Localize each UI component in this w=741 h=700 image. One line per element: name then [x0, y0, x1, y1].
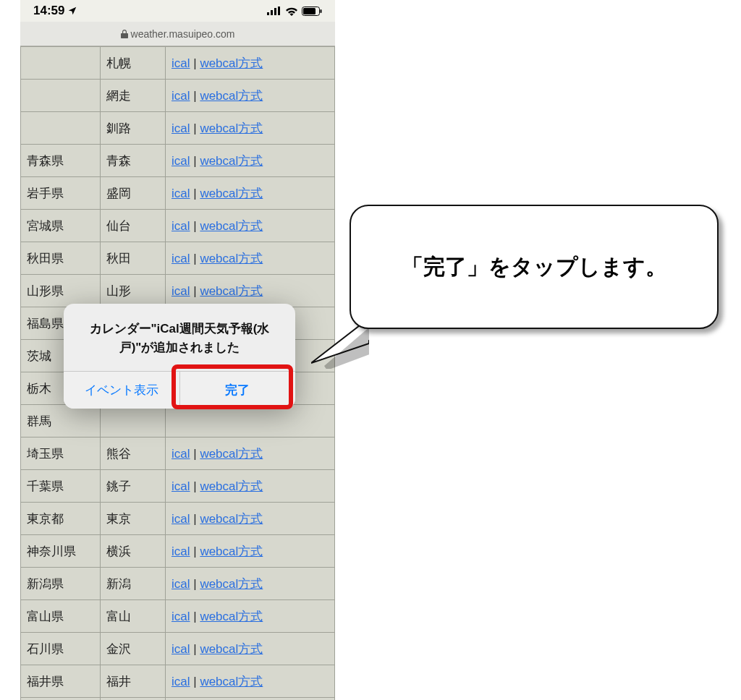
link-separator: |	[190, 610, 200, 623]
webcal-link[interactable]: webcal方式	[200, 252, 263, 265]
table-row: 千葉県銚子ical | webcal方式	[21, 470, 335, 503]
ical-link[interactable]: ical	[172, 56, 190, 70]
ical-link[interactable]: ical	[172, 512, 190, 526]
link-separator: |	[190, 447, 200, 461]
links-cell: ical | webcal方式	[166, 80, 335, 112]
pref-cell: 石川県	[21, 633, 101, 665]
links-cell: ical | webcal方式	[166, 470, 335, 503]
status-bar: 14:59	[20, 0, 335, 22]
webcal-link[interactable]: webcal方式	[200, 154, 263, 168]
alert-button-row: イベント表示 完了	[64, 371, 295, 409]
links-cell: ical | webcal方式	[166, 665, 335, 698]
ical-link[interactable]: ical	[172, 675, 190, 688]
pref-cell: 岩手県	[21, 177, 101, 210]
pref-cell: 神奈川県	[21, 535, 101, 568]
cellular-icon	[267, 7, 281, 15]
link-separator: |	[190, 479, 200, 493]
webcal-link[interactable]: webcal方式	[200, 56, 263, 70]
table-row: 群馬	[21, 405, 335, 438]
webcal-link[interactable]: webcal方式	[200, 577, 263, 591]
city-cell: 盛岡	[101, 177, 166, 210]
webcal-link[interactable]: webcal方式	[200, 284, 263, 298]
link-separator: |	[190, 284, 200, 298]
table-row: 秋田県秋田ical | webcal方式	[21, 242, 335, 275]
city-cell: 東京	[101, 503, 166, 535]
ical-link[interactable]: ical	[172, 642, 190, 656]
battery-icon	[302, 7, 322, 16]
ical-link[interactable]: ical	[172, 252, 190, 265]
city-cell: 青森	[101, 145, 166, 177]
links-cell: ical | webcal方式	[166, 145, 335, 177]
webcal-link[interactable]: webcal方式	[200, 187, 263, 200]
url-bar[interactable]: weather.masuipeo.com	[20, 22, 335, 46]
ical-link[interactable]: ical	[172, 121, 190, 135]
table-row: 釧路ical | webcal方式	[21, 112, 335, 145]
pref-cell: 千葉県	[21, 470, 101, 503]
webcal-link[interactable]: webcal方式	[200, 512, 263, 526]
ical-link[interactable]: ical	[172, 284, 190, 298]
webcal-link[interactable]: webcal方式	[200, 642, 263, 656]
links-cell: ical | webcal方式	[166, 112, 335, 145]
lock-icon	[121, 30, 128, 38]
ical-link[interactable]: ical	[172, 154, 190, 168]
links-cell: ical | webcal方式	[166, 503, 335, 535]
city-cell: 富山	[101, 600, 166, 633]
webcal-link[interactable]: webcal方式	[200, 675, 263, 688]
ical-link[interactable]: ical	[172, 447, 190, 461]
links-cell: ical | webcal方式	[166, 633, 335, 665]
svg-rect-2	[274, 8, 276, 15]
links-cell: ical | webcal方式	[166, 535, 335, 568]
webcal-link[interactable]: webcal方式	[200, 219, 263, 233]
links-cell: ical | webcal方式	[166, 242, 335, 275]
city-cell: 横浜	[101, 535, 166, 568]
pref-cell: 群馬	[21, 405, 101, 438]
pref-cell: 新潟県	[21, 568, 101, 600]
link-separator: |	[190, 512, 200, 526]
status-left: 14:59	[33, 4, 77, 18]
alert-show-events-button[interactable]: イベント表示	[64, 372, 179, 409]
table-row: 東京都東京ical | webcal方式	[21, 503, 335, 535]
ical-link[interactable]: ical	[172, 479, 190, 493]
pref-cell: 青森県	[21, 145, 101, 177]
table-row: 札幌ical | webcal方式	[21, 47, 335, 80]
status-time: 14:59	[33, 4, 64, 18]
city-cell: 網走	[101, 80, 166, 112]
svg-rect-0	[267, 12, 269, 15]
pref-cell: 東京都	[21, 503, 101, 535]
webcal-link[interactable]: webcal方式	[200, 479, 263, 493]
pref-cell: 福井県	[21, 665, 101, 698]
table-row: 神奈川県横浜ical | webcal方式	[21, 535, 335, 568]
table-row: 富山県富山ical | webcal方式	[21, 600, 335, 633]
link-separator: |	[190, 642, 200, 656]
link-separator: |	[190, 252, 200, 265]
ical-link[interactable]: ical	[172, 219, 190, 233]
ical-link[interactable]: ical	[172, 610, 190, 623]
webcal-link[interactable]: webcal方式	[200, 545, 263, 558]
ical-link[interactable]: ical	[172, 187, 190, 200]
table-row: 新潟県新潟ical | webcal方式	[21, 568, 335, 600]
ical-link[interactable]: ical	[172, 89, 190, 103]
pref-cell: 富山県	[21, 600, 101, 633]
webcal-link[interactable]: webcal方式	[200, 89, 263, 103]
svg-rect-3	[278, 7, 280, 15]
webcal-link[interactable]: webcal方式	[200, 121, 263, 135]
city-cell: 釧路	[101, 112, 166, 145]
table-row: 宮城県仙台ical | webcal方式	[21, 210, 335, 242]
table-row: 石川県金沢ical | webcal方式	[21, 633, 335, 665]
alert-dialog: カレンダー"iCal週間天気予報(水戸)"が追加されました イベント表示 完了	[64, 304, 295, 409]
status-right	[267, 7, 322, 16]
table-row: 埼玉県熊谷ical | webcal方式	[21, 438, 335, 470]
webcal-link[interactable]: webcal方式	[200, 447, 263, 461]
ical-link[interactable]: ical	[172, 545, 190, 558]
pref-cell	[21, 80, 101, 112]
table-row: 青森県青森ical | webcal方式	[21, 145, 335, 177]
links-cell: ical | webcal方式	[166, 275, 335, 307]
ical-link[interactable]: ical	[172, 577, 190, 591]
alert-done-button[interactable]: 完了	[179, 372, 296, 409]
links-cell: ical | webcal方式	[166, 600, 335, 633]
webcal-link[interactable]: webcal方式	[200, 610, 263, 623]
table-row: 岩手県盛岡ical | webcal方式	[21, 177, 335, 210]
link-separator: |	[190, 187, 200, 200]
pref-cell	[21, 112, 101, 145]
links-cell: ical | webcal方式	[166, 210, 335, 242]
